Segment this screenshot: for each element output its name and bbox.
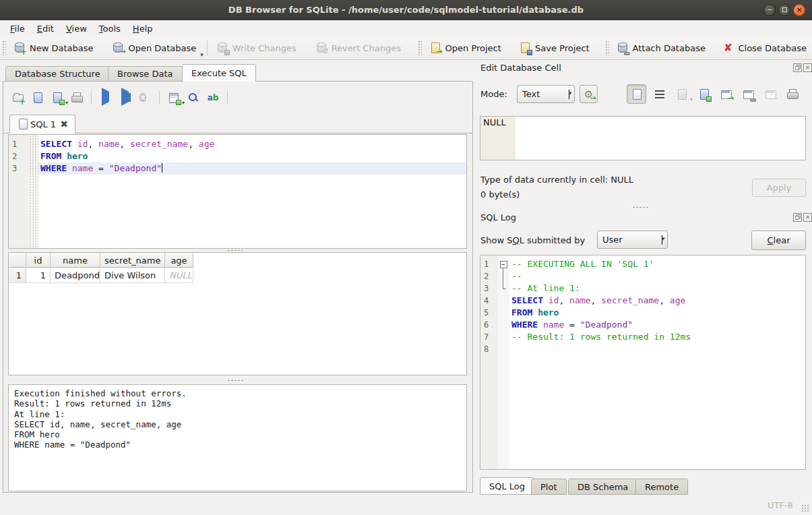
window-title: DB Browser for SQLite - /home/user/code/… bbox=[228, 5, 584, 15]
close-dock-icon[interactable]: × bbox=[803, 213, 812, 222]
tab-browse-data[interactable]: Browse Data bbox=[108, 66, 183, 82]
open-project-button[interactable]: → Open Project bbox=[424, 39, 507, 57]
code-line: 3-- At line 1: bbox=[480, 282, 805, 295]
save-sql-file-icon[interactable]: ▾ bbox=[51, 92, 63, 104]
menu-edit[interactable]: Edit bbox=[31, 22, 60, 35]
attach-database-button[interactable]: Attach Database bbox=[611, 39, 711, 57]
sql-editor[interactable]: 1SELECT id, name, secret_name, age2FROM … bbox=[8, 134, 467, 249]
apply-button[interactable]: Apply bbox=[752, 179, 806, 197]
write-changes-button[interactable]: Write Changes bbox=[211, 39, 302, 57]
menu-help[interactable]: Help bbox=[127, 22, 159, 35]
toolbar-handle[interactable] bbox=[605, 40, 609, 55]
splitter-handle[interactable] bbox=[632, 206, 650, 208]
cell-value-editor[interactable]: NULL bbox=[480, 116, 806, 160]
dock-tab-remote[interactable]: Remote bbox=[635, 479, 688, 495]
minimize-button[interactable]: − bbox=[763, 4, 776, 16]
close-database-button[interactable]: ✘ Close Database bbox=[716, 39, 812, 57]
execute-all-icon[interactable] bbox=[100, 92, 112, 104]
open-sql-file-icon[interactable] bbox=[32, 92, 44, 104]
word-wrap-icon[interactable] bbox=[653, 88, 666, 101]
menu-view[interactable]: View bbox=[60, 22, 93, 35]
print-cell-icon[interactable] bbox=[786, 88, 799, 101]
sql-log-view[interactable]: 1-- EXECUTING ALL IN 'SQL 1'2--3-- At li… bbox=[480, 255, 806, 470]
float-dock-icon[interactable] bbox=[793, 63, 802, 72]
column-header-age[interactable]: age bbox=[165, 253, 193, 268]
column-header-id[interactable]: id bbox=[26, 253, 51, 268]
clear-log-button[interactable]: Clear bbox=[751, 231, 806, 250]
code-line: 2FROM hero bbox=[9, 150, 466, 162]
line-number: 1 bbox=[9, 138, 29, 150]
execute-current-line-icon[interactable] bbox=[119, 92, 131, 104]
toolbar-handle[interactable] bbox=[2, 40, 6, 55]
gear-icon: ⚙→ bbox=[583, 88, 595, 100]
set-null-icon[interactable]: − bbox=[764, 88, 778, 101]
sql-log-filter-select[interactable]: User ▾ bbox=[597, 231, 668, 249]
cell-name[interactable]: Deadpond bbox=[51, 268, 100, 283]
results-grid[interactable]: id name secret_name age 1 1 Deadpond Div… bbox=[8, 252, 467, 375]
code-text: -- EXECUTING ALL IN 'SQL 1' bbox=[509, 258, 805, 270]
cell-id[interactable]: 1 bbox=[26, 268, 51, 283]
splitter-handle[interactable] bbox=[227, 249, 245, 251]
fold-margin bbox=[29, 138, 38, 150]
export-data-icon[interactable] bbox=[697, 88, 711, 101]
open-external-icon[interactable]: → bbox=[720, 88, 733, 101]
open-sql-tab-icon[interactable]: + bbox=[12, 92, 24, 104]
close-sql-tab-icon[interactable]: ✖ bbox=[60, 119, 68, 129]
tab-database-structure[interactable]: Database Structure bbox=[5, 66, 110, 82]
line-number: 3 bbox=[480, 282, 498, 295]
dock-tab-db-schema[interactable]: DB Schema bbox=[568, 479, 637, 495]
revert-changes-button[interactable]: ↺ Revert Changes bbox=[310, 39, 406, 57]
open-database-button[interactable]: → Open Database bbox=[106, 39, 201, 57]
new-database-button[interactable]: + New Database bbox=[8, 39, 99, 57]
toolbar-handle[interactable] bbox=[418, 40, 422, 55]
tab-execute-sql[interactable]: Execute SQL bbox=[182, 64, 256, 82]
menu-file[interactable]: File bbox=[4, 22, 31, 35]
open-database-dropdown[interactable]: ▾ bbox=[200, 51, 204, 59]
import-data-icon[interactable]: ▾ bbox=[675, 88, 689, 101]
dock-tab-sql-log[interactable]: SQL Log bbox=[480, 477, 534, 495]
line-number: 1 bbox=[480, 258, 498, 270]
fold-margin bbox=[498, 295, 509, 307]
column-header-secret-name[interactable]: secret_name bbox=[100, 253, 165, 268]
menu-tools[interactable]: Tools bbox=[93, 22, 127, 35]
cell-null-value: NULL bbox=[480, 117, 516, 160]
resize-grip[interactable] bbox=[801, 504, 809, 512]
title-bar[interactable]: DB Browser for SQLite - /home/user/code/… bbox=[0, 0, 812, 20]
code-line: 2-- bbox=[480, 270, 805, 282]
sql-tab-bar: SQL 1 ✖ bbox=[3, 113, 472, 133]
stop-execution-icon[interactable]: × bbox=[139, 92, 151, 104]
fold-marker bbox=[498, 270, 509, 282]
code-line: 1SELECT id, name, secret_name, age bbox=[9, 138, 466, 150]
close-button[interactable]: × bbox=[793, 4, 805, 16]
print-icon[interactable] bbox=[71, 92, 83, 104]
dock-tab-plot[interactable]: Plot bbox=[531, 479, 567, 495]
apply-settings-button[interactable]: ⚙→ bbox=[580, 85, 598, 103]
close-dock-icon[interactable]: × bbox=[803, 63, 812, 72]
column-header-name[interactable]: name bbox=[51, 253, 100, 268]
auto-complete-icon[interactable]: ab bbox=[207, 92, 219, 104]
cell-age[interactable]: NULL bbox=[165, 268, 193, 283]
code-line: 7-- Result: 1 rows returned in 12ms bbox=[480, 331, 805, 343]
text-mode-button[interactable] bbox=[627, 84, 646, 104]
find-replace-icon[interactable] bbox=[187, 92, 199, 104]
save-project-button[interactable]: Save Project bbox=[513, 39, 595, 57]
code-text: WHERE name = "Deadpond" bbox=[38, 162, 466, 175]
corner-header[interactable] bbox=[9, 253, 26, 268]
code-line: 8 bbox=[480, 343, 805, 355]
float-dock-icon[interactable] bbox=[793, 213, 802, 222]
maximize-button[interactable] bbox=[778, 4, 790, 16]
format-sql-icon[interactable] bbox=[236, 92, 248, 104]
code-text: -- bbox=[509, 270, 805, 282]
cell-type-info: Type of data currently in cell: NULL bbox=[480, 175, 633, 185]
splitter-handle[interactable] bbox=[227, 380, 245, 382]
copy-link-icon[interactable] bbox=[742, 88, 755, 101]
fold-marker[interactable] bbox=[498, 258, 509, 270]
export-results-icon[interactable]: ▾ bbox=[168, 92, 180, 104]
window-controls: − × bbox=[763, 4, 805, 16]
code-text: FROM hero bbox=[38, 150, 466, 162]
row-number[interactable]: 1 bbox=[9, 268, 26, 283]
close-database-icon: ✘ bbox=[722, 42, 734, 54]
sql-tab[interactable]: SQL 1 ✖ bbox=[9, 115, 75, 133]
mode-select[interactable]: Text ▾ bbox=[517, 85, 575, 103]
cell-secret-name[interactable]: Dive Wilson bbox=[100, 268, 165, 283]
